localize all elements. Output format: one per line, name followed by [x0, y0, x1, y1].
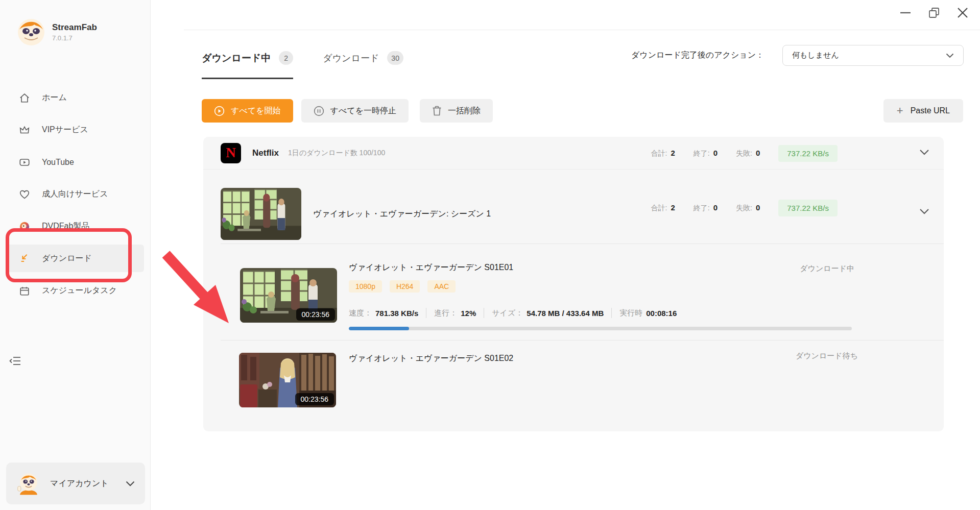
- paste-url-label: Paste URL: [911, 106, 950, 115]
- dropdown-selected-value: 何もしません: [792, 51, 839, 60]
- episode1-status: ダウンロード中: [800, 264, 854, 274]
- episode1-title: ヴァイオレット・エヴァーガーデン S01E01: [349, 262, 513, 273]
- chevron-down-icon: [946, 53, 954, 58]
- stat-total: 合計:2: [651, 203, 675, 213]
- sidebar-item-youtube[interactable]: YouTube: [0, 146, 150, 178]
- tag-audio: AAC: [427, 280, 456, 293]
- progress-label: 進行：: [434, 308, 457, 318]
- heart-icon: [18, 188, 31, 201]
- collapse-sidebar-icon[interactable]: [9, 355, 21, 367]
- app-name: StreamFab: [52, 22, 97, 33]
- sidebar-item-label: DVDFab製品: [42, 221, 89, 232]
- chevron-down-icon[interactable]: [126, 481, 135, 487]
- window-controls: [899, 7, 969, 19]
- separator: [426, 308, 426, 318]
- sidebar-item-home[interactable]: ホーム: [0, 82, 150, 114]
- close-button[interactable]: [957, 7, 969, 19]
- plus-icon: +: [897, 105, 903, 116]
- speed-label: 速度：: [349, 308, 372, 318]
- tab-count-badge: 30: [387, 51, 403, 65]
- sidebar-item-download[interactable]: ダウンロード: [6, 245, 144, 272]
- sidebar-nav: ホーム VIPサービス YouTube 成人向けサービス: [0, 82, 150, 307]
- streamfab-logo: [17, 18, 45, 46]
- episode1-thumbnail: 00:23:56: [240, 268, 337, 323]
- dvdfab-icon: [18, 221, 31, 233]
- pause-all-button[interactable]: すべてを一時停止: [301, 99, 409, 123]
- stat-failed: 失敗:0: [736, 149, 760, 158]
- app-version: 7.0.1.7: [52, 34, 97, 42]
- crown-icon: [18, 124, 31, 136]
- sidebar-item-adult[interactable]: 成人向けサービス: [0, 178, 150, 210]
- tab-count-badge: 2: [279, 51, 293, 65]
- progress-value: 12%: [461, 309, 476, 318]
- youtube-icon: [18, 156, 31, 168]
- start-all-label: すべてを開始: [231, 106, 281, 116]
- stat-finished: 終了:0: [694, 203, 718, 213]
- size-value: 54.78 MB / 433.64 MB: [527, 309, 604, 318]
- sidebar-item-label: VIPサービス: [42, 125, 88, 135]
- chevron-down-icon[interactable]: [919, 208, 929, 214]
- tab-downloading[interactable]: ダウンロード中 2: [202, 37, 293, 79]
- size-label: サイズ：: [492, 308, 523, 318]
- netflix-icon: N: [221, 143, 241, 163]
- home-icon: [18, 92, 31, 104]
- speed-value: 781.38 KB/s: [375, 309, 418, 318]
- my-account-button[interactable]: マイアカウント: [6, 463, 145, 504]
- season-thumbnail: [221, 188, 301, 240]
- pause-all-label: すべてを一時停止: [330, 106, 397, 116]
- post-action-dropdown[interactable]: 何もしません: [782, 45, 964, 66]
- season-title: ヴァイオレット・エヴァーガーデン: シーズン 1: [313, 209, 491, 220]
- sidebar: StreamFab 7.0.1.7 ホーム VIPサービス: [0, 0, 151, 510]
- elapsed-label: 実行時: [619, 308, 642, 318]
- daily-download-count: 1日のダウンロード数 100/100: [288, 149, 385, 158]
- tab-downloaded[interactable]: ダウンロード 30: [323, 37, 403, 79]
- calendar-icon: [18, 285, 31, 297]
- sidebar-item-label: ホーム: [42, 92, 67, 103]
- sidebar-item-dvdfab[interactable]: DVDFab製品: [0, 210, 150, 242]
- separator: [484, 308, 484, 318]
- bulk-delete-button[interactable]: 一括削除: [420, 99, 493, 123]
- speed-badge: 737.22 KB/s: [778, 145, 838, 162]
- season-stats: 合計:2 終了:0 失敗:0 737.22 KB/s: [651, 200, 838, 216]
- stat-finished: 終了:0: [694, 149, 718, 158]
- download-group-card: N Netflix 1日のダウンロード数 100/100 合計:2 終了:0 失…: [203, 137, 944, 431]
- sidebar-item-label: YouTube: [42, 158, 74, 167]
- post-action-label: ダウンロード完了後のアクション：: [631, 50, 764, 61]
- pause-circle-icon: [314, 106, 324, 116]
- sidebar-item-label: ダウンロード: [42, 253, 92, 264]
- row-divider: [221, 340, 944, 341]
- post-download-action: ダウンロード完了後のアクション： 何もしません: [631, 45, 964, 66]
- trash-icon: [432, 106, 442, 116]
- episode2-status: ダウンロード待ち: [796, 351, 858, 361]
- episode2-title: ヴァイオレット・エヴァーガーデン S01E02: [349, 353, 513, 364]
- sidebar-item-schedule[interactable]: スケジュールタスク: [0, 275, 150, 307]
- tag-codec: H264: [390, 280, 420, 293]
- episode2-thumbnail: 00:23:56: [239, 353, 336, 407]
- sidebar-item-vip[interactable]: VIPサービス: [0, 114, 150, 146]
- header-divider: [184, 30, 980, 30]
- download-icon: [18, 252, 31, 264]
- app-window: StreamFab 7.0.1.7 ホーム VIPサービス: [0, 0, 980, 510]
- provider-stats: 合計:2 終了:0 失敗:0 737.22 KB/s: [651, 137, 838, 169]
- chevron-down-icon[interactable]: [919, 149, 929, 155]
- play-circle-icon: [214, 106, 225, 116]
- elapsed-value: 00:08:16: [646, 309, 677, 318]
- paste-url-button[interactable]: + Paste URL: [883, 99, 963, 123]
- progress-fill: [349, 327, 409, 330]
- toolbar: すべてを開始 すべてを一時停止 一括削除: [202, 99, 493, 123]
- provider-name: Netflix: [252, 148, 279, 158]
- tabs: ダウンロード中 2 ダウンロード 30: [202, 37, 403, 79]
- start-all-button[interactable]: すべてを開始: [202, 99, 293, 123]
- speed-badge: 737.22 KB/s: [778, 200, 838, 216]
- sidebar-item-label: スケジュールタスク: [42, 285, 117, 296]
- tab-label: ダウンロード中: [202, 52, 271, 65]
- separator: [611, 308, 612, 318]
- minimize-button[interactable]: [899, 7, 912, 19]
- duration-badge: 00:23:56: [295, 393, 334, 405]
- progress-bar: [349, 327, 852, 330]
- episode1-tags: 1080p H264 AAC: [349, 280, 456, 293]
- restore-button[interactable]: [928, 7, 940, 19]
- episode1-details: 速度： 781.38 KB/s 進行： 12% サイズ： 54.78 MB / …: [349, 308, 677, 318]
- bulk-delete-label: 一括削除: [448, 106, 481, 116]
- account-label: マイアカウント: [50, 478, 126, 489]
